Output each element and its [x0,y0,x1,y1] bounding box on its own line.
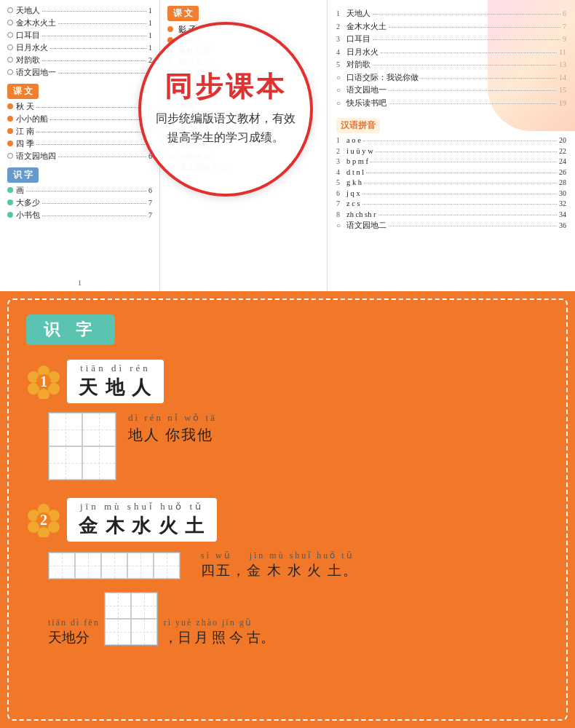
toc-item: 对韵歌 2 [7,55,152,66]
toc-label: 语文园地四 [16,151,56,162]
toc-dots [42,11,146,12]
toc-dot [7,141,13,146]
toc-num: 7 [148,199,152,207]
toc-idx: ○ [336,86,346,94]
toc-label: 金木水火土 [16,18,56,28]
toc-dot [7,153,13,159]
toc-item: 四 季 5 [7,139,152,149]
toc-label: zh ch sh r [346,210,376,218]
toc-item: 大多少 7 [7,198,152,208]
lesson-1-pinyin: tiān dì rén [80,363,151,374]
toc-dot [7,212,13,218]
grid-cell [127,553,154,579]
toc-label: 语文园地二 [346,221,386,231]
toc-idx: 8 [336,210,346,218]
toc-num: 24 [559,157,566,165]
toc-label: g k h [346,178,362,186]
toc-dots [362,204,557,205]
pinyin-toc-item: 7 z c s 32 [336,199,566,207]
pinyin-toc-item: 4 d t n l 26 [336,168,566,176]
lesson-2-title-row: 2 jīn mù shuǐ huǒ tǔ 金 木 水 火 土 [26,498,549,542]
toc-num: 6 [148,186,152,194]
toc-item: 天地人 1 [7,6,152,16]
toc-num: 34 [559,210,566,218]
toc-label: 语文园地一 [346,85,386,95]
toc-num: 30 [559,189,566,197]
toc-dots [381,52,557,53]
toc-idx: ○ [336,99,346,107]
toc-label: 江 南 [16,127,34,137]
svg-point-3 [38,389,49,399]
left-toc-section1: 秋 天 3 小小的船 4 江 南 4 四 季 5 [7,102,152,162]
toc-idx: 3 [336,157,346,165]
toc-dot [7,57,13,63]
toc-label: 金木水火土 [346,22,386,32]
toc-num: 1 [148,31,152,39]
toc-dot [7,69,13,75]
toc-dots [389,27,560,28]
pinyin-toc-item: 8 zh ch sh r 34 [336,210,566,218]
toc-item: 画 6 [7,186,152,196]
toc-item: 小小的船 4 [7,114,152,124]
pinyin-toc-item: 2 i u ü y w 22 [336,147,566,155]
toc-dots [376,151,557,152]
toc-dots [362,194,557,194]
toc-dots [36,144,146,145]
sentence2-right-text: ，日 月 照 今 古。 [164,628,274,647]
toc-num: 20 [559,136,566,144]
grid-cell [82,446,116,480]
toc-dot [7,199,13,205]
toc-dot [7,116,13,122]
toc-dot [7,44,13,50]
lesson-1-writing-row: dì rén nǐ wǒ tā 地人 你我他 [48,412,549,480]
toc-label: 小小的船 [16,114,48,124]
toc-idx: 1 [336,9,346,17]
lesson-1-title-row: 1 tiān dì rén 天 地 人 [26,360,549,403]
toc-dots [389,103,557,104]
toc-dot [7,7,13,13]
grid-cell [101,553,127,579]
lesson-2-sentence1-label: sì wǔ jīn mù shuǐ huǒ tǔ 四五，金 木 水 火 土。 [201,550,358,580]
toc-item: 语文园地一 2 [7,68,152,78]
toc-idx: 7 [336,199,346,207]
page-number-left: 1 [78,278,82,287]
section-header-kewen: 课 文 [7,84,39,99]
toc-label: 日月水火 [16,43,48,53]
toc-dots [42,215,146,216]
overlay-circle: 同步课本 同步统编版语文教材，有效提高学生的学习成绩。 [138,22,313,197]
toc-dot [7,187,13,193]
lesson-1-number: 1 [26,364,61,399]
toc-dots [389,226,557,226]
pinyin-toc-item: ○ 语文园地二 36 [336,221,566,231]
toc-idx: 4 [336,48,346,56]
toc-dots [366,173,557,173]
toc-dot [7,20,13,25]
lesson-2-sentence1-row: sì wǔ jīn mù shuǐ huǒ tǔ 四五，金 木 水 火 土。 [48,550,549,580]
toc-label: b p m f [346,157,368,165]
toc-label: 快乐读书吧 [346,98,386,108]
lesson-2-pinyin: jīn mù shuǐ huǒ tǔ [80,501,204,513]
toc-label: j q x [346,189,360,197]
overlay-subtext: 同步统编版语文教材，有效提高学生的学习成绩。 [156,109,296,146]
toc-dots [421,78,557,79]
toc-dot [7,103,13,109]
grid-cell [49,413,82,446]
grid-cell [49,553,75,579]
toc-item: 语文园地四 6 [7,151,152,162]
toc-idx: 2 [336,23,346,31]
sentence2-right-pinyin: rì yuè zhào jīn gǔ [164,617,253,628]
toc-label: 日月水火 [346,47,378,58]
grid-cell [82,413,116,446]
lesson-1-num-text: 1 [40,373,47,390]
toc-dots [58,157,146,157]
workbook-inner: 识 字 1 tiān dì rén [7,298,568,721]
lesson-2-title-box: jīn mù shuǐ huǒ tǔ 金 木 水 火 土 [67,498,217,542]
grid-cell [105,619,131,645]
toc-dots [389,90,557,91]
toc-item: 口耳目 1 [7,31,152,41]
toc-label: 对韵歌 [16,55,40,66]
toc-label: 口语交际：我说你做 [346,73,419,83]
workbook-section-badge: 识 字 [26,314,115,345]
pinyin-toc-item: 3 b p m f 24 [336,157,566,165]
toc-idx: 5 [336,178,346,186]
